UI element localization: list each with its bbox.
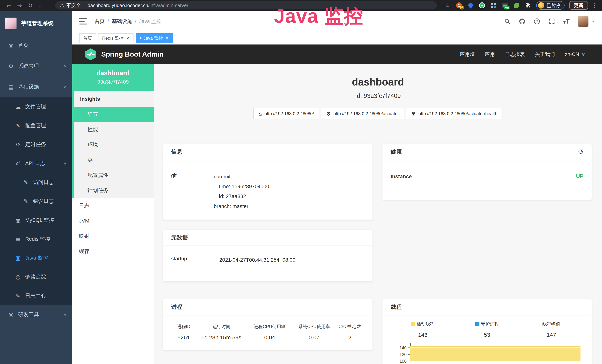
sidebar-item-redis-monitor[interactable]: ≡ Redis 监控 xyxy=(0,230,72,248)
eye-icon: ◎ xyxy=(14,274,22,280)
tab-redis-monitor[interactable]: Redis 监控 × xyxy=(98,33,133,43)
legend-daemon-threads: 守护进程 53 xyxy=(455,321,519,338)
extension-leaf-icon[interactable] xyxy=(513,2,520,9)
breadcrumb-infrastructure[interactable]: 基础设施 xyxy=(112,18,132,25)
process-pid: 5261 xyxy=(171,334,196,341)
close-icon[interactable]: × xyxy=(165,36,169,41)
sidebar-item-scheduled-tasks[interactable]: ↺ 定时任务 xyxy=(0,135,72,154)
home-icon[interactable]: ⌂ xyxy=(36,2,46,9)
sidebar-item-system-mgmt[interactable]: ⚙ 系统管理 ∨ xyxy=(0,56,72,76)
sidebar-item-config-mgmt[interactable]: ✎ 配置管理 xyxy=(0,116,72,135)
extension-onetab-icon[interactable]: on xyxy=(502,2,508,9)
sidebar-item-log-center[interactable]: ✎ 日志中心 xyxy=(0,286,72,305)
sba-menu-details[interactable]: 细节 xyxy=(74,107,154,122)
sba-menu-jvm[interactable]: JVM xyxy=(72,213,154,228)
sidebar-item-error-logs[interactable]: ✎ 错误日志 xyxy=(0,192,72,211)
bookmark-star-icon[interactable]: ☆ xyxy=(444,2,451,9)
cpu-cores: 2 xyxy=(335,334,364,341)
forward-icon[interactable]: → xyxy=(14,2,25,9)
sba-menu-logs[interactable]: 日志 xyxy=(72,198,154,213)
sba-menu-config-props[interactable]: 配置属性 xyxy=(74,168,154,183)
process-card: 进程 进程ID 运行时间 进程CPU使用率 系统CPU使用率 CPU核心数 52… xyxy=(163,299,373,350)
tab-home[interactable]: 首页 xyxy=(79,33,96,43)
sba-menu-performance[interactable]: 性能 xyxy=(74,122,154,137)
sba-menu-environment[interactable]: 环境 xyxy=(74,137,154,152)
log-edit-icon: ✎ xyxy=(14,293,22,299)
breadcrumb-current: Java 监控 xyxy=(139,18,161,25)
sba-link-about[interactable]: 关于我们 xyxy=(535,51,555,58)
sba-menu-classes[interactable]: 类 xyxy=(74,152,154,168)
metadata-startup-label: startup xyxy=(171,255,219,265)
extension-pin-icon[interactable] xyxy=(467,2,474,9)
breadcrumb: 首页 / 基础设施 / Java 监控 xyxy=(95,18,161,25)
sba-menu-mappings[interactable]: 映射 xyxy=(72,228,154,244)
github-icon[interactable] xyxy=(519,18,526,25)
profile-paused-badge[interactable]: 已暂停 xyxy=(536,1,565,10)
sba-link-wallboard[interactable]: 应用墙 xyxy=(460,51,475,58)
log-edit-icon: ✐ xyxy=(14,160,22,167)
sidebar-item-mysql-monitor[interactable]: ▦ MySQL 监控 xyxy=(0,211,72,230)
help-icon[interactable] xyxy=(534,18,540,25)
sidebar-item-infrastructure[interactable]: ▤ 基础设施 ∧ xyxy=(0,76,72,97)
sidebar-toggle-icon[interactable] xyxy=(79,18,87,24)
service-url-button[interactable]: ⌂ http://192.168.0.2:48080/ xyxy=(253,108,319,119)
status-badge: UP xyxy=(576,173,583,179)
sidebar-item-home[interactable]: ◉ 首页 xyxy=(0,35,72,56)
app-logo-row[interactable]: 芋道管理系统 xyxy=(0,11,72,35)
avatar-caret-icon[interactable]: ▾ xyxy=(592,19,594,24)
url-bar[interactable]: ⚠ 不安全 dashboard.yudao.iocoder.cn/infra/a… xyxy=(55,1,437,10)
close-icon[interactable]: × xyxy=(126,36,129,41)
y-tick-100: 100 xyxy=(391,359,407,364)
sba-main: dashboard Id: 93a3fc7f7409 ⌂ http://192.… xyxy=(154,64,602,364)
instance-name: dashboard xyxy=(72,69,154,77)
threads-area-series xyxy=(410,346,580,361)
legend-peak-threads: 线程峰值 147 xyxy=(519,321,583,338)
sba-menu-scheduled-tasks[interactable]: 计划任务 xyxy=(74,183,154,198)
sba-link-journal[interactable]: 日志报表 xyxy=(505,51,525,58)
chevron-down-icon: ∨ xyxy=(581,52,585,57)
sidebar-item-file-mgmt[interactable]: ☁ 文件管理 xyxy=(0,97,72,116)
info-git-value: commit: time: 1596289704000 id: 27aa832 … xyxy=(214,172,364,211)
sba-menu-caches[interactable]: 缓存 xyxy=(72,244,154,259)
tools-icon: ⚒ xyxy=(7,311,14,318)
extension-colorzilla-icon[interactable]: C 1 xyxy=(456,2,462,9)
font-size-icon[interactable]: TT xyxy=(563,18,570,25)
heart-pulse-icon: ♥ xyxy=(411,111,416,117)
header-icons: TT ▾ xyxy=(504,16,594,27)
infrastructure-submenu: ☁ 文件管理 ✎ 配置管理 ↺ 定时任务 ✐ API 日志 ∧ ✎ 访问日志 ✎ xyxy=(0,97,72,305)
app-title: 芋道管理系统 xyxy=(21,20,54,27)
sba-link-applications[interactable]: 应用 xyxy=(485,51,495,58)
tab-java-monitor[interactable]: Java 监控 × xyxy=(136,33,172,43)
metadata-card: 元数据 startup 2021-04-27T00:44:31.254+08:0… xyxy=(163,230,373,281)
sba-brand[interactable]: Spring Boot Admin xyxy=(101,50,163,58)
sidebar-item-tracing[interactable]: ◎ 链路追踪 xyxy=(0,268,72,286)
actuator-url-button[interactable]: ⚙ http://192.168.0.2:48080/actuator xyxy=(321,108,404,119)
log-edit-icon: ✎ xyxy=(22,198,29,204)
sba-instance-header[interactable]: dashboard 93a3fc7f7409 xyxy=(72,64,154,91)
browser-update-button[interactable]: 更新 xyxy=(569,1,588,10)
user-avatar[interactable] xyxy=(578,16,589,27)
history-icon: ↺ xyxy=(14,141,22,148)
extensions-puzzle-icon[interactable] xyxy=(525,2,531,9)
fullscreen-icon[interactable] xyxy=(548,18,555,25)
back-icon[interactable]: ← xyxy=(3,2,14,9)
history-icon[interactable]: ↺ xyxy=(578,148,583,156)
reload-icon[interactable]: ↻ xyxy=(25,2,36,9)
extension-y-icon[interactable]: y xyxy=(479,2,485,9)
instance-links: ⌂ http://192.168.0.2:48080/ ⚙ http://192… xyxy=(154,108,602,119)
health-url-button[interactable]: ♥ http://192.168.0.2:48080/actuator/heal… xyxy=(406,108,502,119)
instance-id-line: Id: 93a3fc7f7409 xyxy=(154,92,602,99)
browser-menu-icon[interactable]: ⋮ xyxy=(592,2,597,9)
sba-locale-select[interactable]: zh-CN ∨ xyxy=(565,52,585,57)
sidebar-item-dev-tools[interactable]: ⚒ 研发工具 ∨ xyxy=(0,305,72,324)
threads-card-title: 线程 xyxy=(383,299,592,315)
sidebar-item-api-logs[interactable]: ✐ API 日志 ∧ xyxy=(0,154,72,173)
sidebar-item-java-monitor[interactable]: ▣ Java 监控 xyxy=(0,248,72,268)
sidebar-item-access-logs[interactable]: ✎ 访问日志 xyxy=(0,173,72,192)
search-icon[interactable] xyxy=(504,18,511,25)
url-path: /infra/admin-server xyxy=(148,3,188,8)
screenshot-root: ← → ↻ ⌂ ⚠ 不安全 dashboard.yudao.iocoder.cn… xyxy=(0,0,602,364)
breadcrumb-home[interactable]: 首页 xyxy=(95,18,105,25)
chevron-down-icon: ∨ xyxy=(64,64,67,68)
extension-grid-icon[interactable] xyxy=(490,2,497,9)
